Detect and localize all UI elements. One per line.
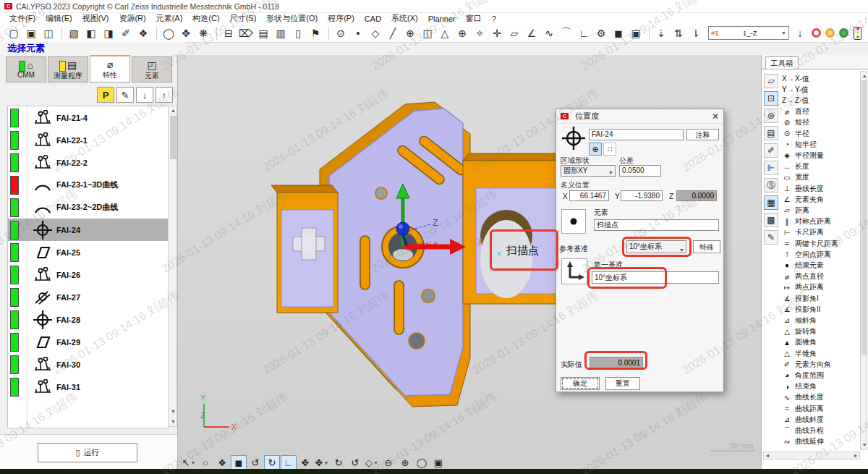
first-datum-field[interactable]: 10°坐标系: [592, 271, 719, 284]
toolbox-item-短半径[interactable]: ◔短半径: [782, 139, 859, 150]
toolbox-icon[interactable]: ▦: [764, 195, 778, 210]
status-red-icon[interactable]: [812, 28, 821, 38]
tolerance-field[interactable]: 0.0500: [619, 165, 661, 177]
scroll-down-arrow[interactable]: ▼: [169, 407, 178, 416]
ok-button[interactable]: 确定: [561, 377, 600, 390]
toolbox-item-直径[interactable]: ⌀直径: [782, 106, 859, 117]
toolbox-item-长度[interactable]: ↔长度: [782, 161, 859, 172]
special-button[interactable]: 特殊: [693, 240, 720, 253]
bookmark-icon[interactable]: ⚑: [307, 26, 323, 41]
toolbox-item-旋转角[interactable]: △旋转角: [782, 326, 859, 337]
menu-item-5[interactable]: 构造(C): [187, 13, 224, 24]
list-item-FAI-25[interactable]: FAI-25: [8, 241, 169, 263]
characteristics-icon[interactable]: ⊡: [764, 91, 778, 106]
list-item-FAI-26[interactable]: FAI-26: [8, 263, 169, 286]
toolbox-item-曲线斜度[interactable]: ⊿曲线斜度: [782, 414, 859, 425]
zoom-fit-icon[interactable]: ▣: [430, 455, 446, 469]
name-field[interactable]: FAI-24: [589, 129, 684, 140]
toolbox-alt-icon[interactable]: ▩: [764, 213, 778, 227]
temp-probe-icon[interactable]: ⇣: [653, 26, 669, 41]
probe-selector[interactable]: #11_-Z▼: [708, 26, 789, 40]
list-item-FAI-23-1~3D曲线[interactable]: FAI-23-1~3D曲线: [8, 174, 169, 196]
toolbox-item-两键卡尺距离[interactable]: ≍两键卡尺距离: [782, 238, 859, 249]
menu-item-8[interactable]: 程序(P): [323, 13, 359, 24]
close-icon[interactable]: ✕: [712, 111, 719, 122]
solid-view-icon[interactable]: ◼: [231, 455, 247, 469]
size-elements-icon[interactable]: ▱: [764, 74, 778, 88]
print-icon[interactable]: ⊟: [221, 26, 237, 41]
list-item-FAI-28[interactable]: FAI-28: [8, 308, 169, 331]
toolbox-item-曲线距离[interactable]: ≈曲线距离: [782, 403, 859, 414]
datum-select[interactable]: 10°坐标系 ▼: [626, 240, 686, 253]
move-up-button[interactable]: ↑: [156, 87, 173, 103]
stylus-icon[interactable]: ↓: [792, 26, 808, 41]
position-mode-toggle[interactable]: ⊕: [589, 143, 602, 156]
card-icon[interactable]: ▯: [290, 26, 306, 41]
stylus-tool-icon[interactable]: ✐: [764, 143, 778, 158]
toolbox-tab[interactable]: 工具箱: [765, 56, 799, 69]
toolbox-item-元素方向角[interactable]: ✐元素方向角: [782, 359, 859, 370]
symmetry-feature-icon[interactable]: ✧: [472, 26, 488, 41]
pan-xyz-icon[interactable]: ✥▼: [314, 455, 330, 469]
toolbox-item-结果元素[interactable]: ●结果元素: [782, 260, 859, 271]
toolbox-item-曲线长度[interactable]: ∿曲线长度: [782, 392, 859, 403]
edit-pencil-button[interactable]: ✎: [116, 87, 134, 103]
rotate-free-icon[interactable]: ↺: [247, 455, 263, 469]
cone-feature-icon[interactable]: △: [437, 26, 453, 41]
reset-button[interactable]: 重置: [605, 377, 640, 390]
toolbox-item-距离[interactable]: ▱距离: [782, 205, 859, 216]
toolbox-item-圆锥角[interactable]: ▲圆锥角: [782, 337, 859, 348]
pattern-mode-toggle[interactable]: ∷: [603, 143, 616, 156]
scroll-thumb[interactable]: [170, 116, 176, 159]
pan-icon[interactable]: ✥: [297, 455, 313, 469]
delete-icon[interactable]: ⌦: [238, 26, 254, 41]
feature-field[interactable]: 扫描点: [594, 219, 719, 231]
annotate-button[interactable]: 注释: [686, 129, 719, 140]
copy-icon[interactable]: ◧: [83, 26, 99, 41]
x-field[interactable]: 66.1467: [569, 190, 609, 201]
toolbox-item-短径[interactable]: ⊘短径: [782, 117, 859, 128]
menu-item-10[interactable]: 系统(X): [386, 13, 423, 24]
report-icon[interactable]: ▤: [255, 26, 271, 41]
tab-元素[interactable]: ◰元素: [132, 56, 172, 82]
menu-item-12[interactable]: 窗口: [461, 13, 487, 24]
pattern-icon[interactable]: ❖: [135, 26, 151, 41]
toolbox-item-空间点距离[interactable]: ⊺空间点距离: [782, 249, 859, 260]
toolbox-item-半锥角[interactable]: △半锥角: [782, 348, 859, 359]
report-copy-icon[interactable]: ▥: [273, 26, 289, 41]
toolbox-item-投影角I[interactable]: ∡投影角I: [782, 293, 859, 304]
select-frame-icon[interactable]: ▧: [66, 26, 82, 41]
circle2-feature-icon[interactable]: ⊕: [454, 26, 470, 41]
paste-icon[interactable]: ◨: [101, 26, 116, 41]
status-green-icon[interactable]: [839, 28, 848, 38]
menu-item-0[interactable]: 文件(F): [4, 13, 41, 24]
probe-change-icon[interactable]: ⇂: [688, 26, 704, 41]
pencil-icon[interactable]: ✎: [764, 230, 778, 245]
ruler-icon[interactable]: ▤: [764, 126, 778, 140]
toolbox-item-投影角II[interactable]: ∡投影角II: [782, 304, 859, 315]
zoom-window-icon[interactable]: ◯: [414, 455, 430, 469]
toolbox-item-结束角[interactable]: ◑结束角: [782, 381, 859, 392]
hscroll-right-arrow[interactable]: ►: [852, 452, 859, 460]
toolbox-item-倾斜角[interactable]: ⊿倾斜角: [782, 315, 859, 326]
menu-item-11[interactable]: Planner: [423, 14, 461, 23]
run-button[interactable]: ▯ 运行: [38, 443, 137, 462]
menu-item-6[interactable]: 尺寸(S): [225, 13, 262, 24]
select-cursor-icon[interactable]: ↖▼: [181, 455, 197, 469]
tab-CMM[interactable]: ⌂CMM: [6, 56, 46, 82]
s-tool-icon[interactable]: Ⓢ: [764, 178, 778, 192]
plane2-feature-icon[interactable]: ▱: [506, 26, 522, 41]
list-item-FAI-29[interactable]: FAI-29: [8, 331, 169, 353]
line-feature-icon[interactable]: ╱: [385, 26, 401, 41]
circle-feature-icon[interactable]: ⊙: [333, 26, 349, 41]
rscroll-down-arrow[interactable]: ▼: [861, 441, 868, 449]
menu-item-2[interactable]: 视图(V): [77, 13, 114, 24]
menu-item-4[interactable]: 元素(A): [151, 13, 188, 24]
toolbox-item-角度范围[interactable]: ◕角度范围: [782, 370, 859, 381]
toolbox-item-X-值[interactable]: X→X-值: [782, 73, 859, 84]
menu-item-13[interactable]: ?: [487, 14, 501, 23]
temp-updown-icon[interactable]: ⇅: [671, 26, 686, 41]
curve-feature-icon[interactable]: ∿: [541, 26, 557, 41]
cube-icon[interactable]: ◼: [610, 26, 626, 41]
rscroll-up-arrow[interactable]: ▲: [861, 72, 868, 80]
